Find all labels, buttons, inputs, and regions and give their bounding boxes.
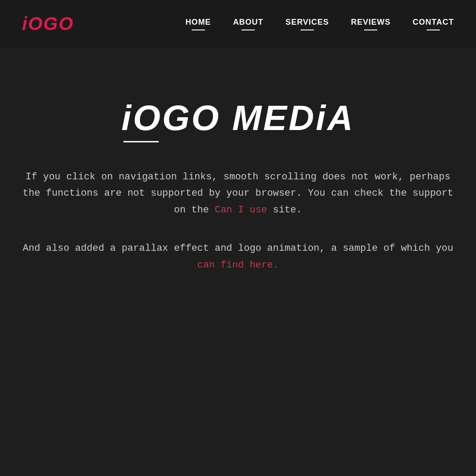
hero-title: iOGO MEDiA <box>122 100 355 136</box>
nav-link-reviews[interactable]: REVIEWS <box>351 18 390 27</box>
paragraph-2: And also added a parallax effect and log… <box>22 240 454 273</box>
paragraph-2-before-link: And also added a parallax effect and log… <box>23 243 454 254</box>
nav-link-about[interactable]: ABOUT <box>233 18 264 27</box>
nav-underline-reviews <box>364 30 377 30</box>
nav-link-home[interactable]: HOME <box>186 18 211 27</box>
nav-item-reviews[interactable]: REVIEWS <box>351 18 390 30</box>
logo-main: OGO <box>28 13 74 34</box>
nav-link-services[interactable]: SERVICES <box>286 18 329 27</box>
nav-item-contact[interactable]: CONTACT <box>413 18 454 30</box>
main-content: iOGO MEDiA If you click on navigation li… <box>0 48 476 295</box>
nav-underline-contact <box>427 30 440 30</box>
logo-accent: i <box>22 13 28 34</box>
nav-link-contact[interactable]: CONTACT <box>413 18 454 27</box>
hero-title-underline <box>123 141 159 142</box>
nav-item-services[interactable]: SERVICES <box>286 18 329 30</box>
nav-item-home[interactable]: HOME <box>186 18 211 30</box>
find-here-link[interactable]: can find here. <box>197 260 279 271</box>
site-header: iOGO HOME ABOUT SERVICES REVIEWS CONTACT <box>0 0 476 48</box>
hero-title-text: iOGO MEDiA <box>122 98 355 138</box>
hero-title-container: iOGO MEDiA <box>122 100 355 142</box>
main-nav: HOME ABOUT SERVICES REVIEWS CONTACT <box>186 18 454 30</box>
paragraph-1-after-link: site. <box>273 205 302 216</box>
can-i-use-link[interactable]: Can I use <box>215 205 267 216</box>
nav-underline-services <box>301 30 314 30</box>
site-logo[interactable]: iOGO <box>22 13 74 34</box>
paragraph-1: If you click on navigation links, smooth… <box>22 169 454 218</box>
nav-underline-home <box>192 30 205 30</box>
nav-underline-about <box>242 30 255 30</box>
nav-item-about[interactable]: ABOUT <box>233 18 264 30</box>
